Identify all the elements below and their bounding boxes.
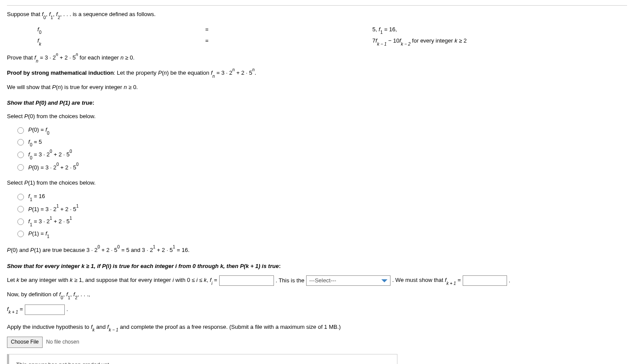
radio-icon [17, 218, 24, 225]
radio-icon [17, 164, 24, 171]
p0-choice-4[interactable]: P(0) = 3 · 20 + 2 · 50 [17, 162, 627, 172]
p1-choice-2[interactable]: P(1) = 3 · 21 + 2 · 51 [17, 204, 627, 214]
choice-label: f0 = 5 [28, 138, 42, 148]
definition-equations: f0 = 5, f1 = 16, fk = 7fk − 1 − 10fk − 2… [37, 24, 627, 47]
prove-statement: Prove that fn = 3 · 2n + 2 · 5n for each… [7, 53, 627, 63]
inductive-heading: Show that for every integer k ≥ 1, if P(… [7, 262, 627, 271]
top-rule [7, 5, 627, 6]
radio-icon [17, 127, 24, 134]
now-by-definition: Now, by definition of f0, f1, f2, . . ., [7, 290, 627, 300]
choice-label: P(0) = f0 [28, 126, 50, 136]
choice-label: P(1) = 3 · 21 + 2 · 51 [28, 204, 79, 214]
p0-choice-2[interactable]: f0 = 5 [17, 138, 627, 148]
p1-choice-4[interactable]: P(1) = f1 [17, 229, 627, 239]
choice-label: P(0) = 3 · 20 + 2 · 50 [28, 162, 79, 172]
select-p0-prompt: Select P(0) from the choices below. [7, 112, 627, 121]
fk1-definition-row: fk + 1 = . [7, 304, 627, 315]
radio-icon [17, 139, 24, 146]
choice-label: f1 = 3 · 21 + 2 · 51 [28, 216, 72, 227]
file-status: No file chosen [46, 338, 79, 346]
fk1-target-input[interactable] [463, 275, 507, 286]
choice-label: f1 = 16 [28, 192, 45, 202]
p1-choice-3[interactable]: f1 = 3 · 21 + 2 · 51 [17, 216, 627, 227]
hypothesis-select[interactable]: ---Select--- [306, 275, 390, 286]
choose-file-button[interactable]: Choose File [7, 337, 43, 347]
grade-status-box: This answer has not been graded yet. [7, 354, 397, 364]
basis-justification: P(0) and P(1) are true because 3 · 20 + … [7, 245, 627, 255]
select-p1-prompt: Select P(1) from the choices below. [7, 179, 627, 188]
basis-heading: Show that P(0) and P(1) are true: [7, 99, 627, 108]
p0-choice-1[interactable]: P(0) = f0 [17, 126, 627, 136]
choice-label: P(1) = f1 [28, 229, 50, 239]
inductive-hypothesis-row: Let k be any integer with k ≥ 1, and sup… [7, 275, 627, 286]
select-placeholder: ---Select--- [309, 276, 336, 285]
fk1-definition-input[interactable] [25, 304, 65, 315]
p1-choice-1[interactable]: f1 = 16 [17, 192, 627, 202]
fi-equals-input[interactable] [219, 275, 274, 286]
proof-intro: Proof by strong mathematical induction: … [7, 68, 627, 79]
show-all: We will show that P(n) is true for every… [7, 83, 627, 92]
radio-icon [17, 206, 24, 212]
radio-icon [17, 152, 24, 158]
intro-text: Suppose that f0, f1, f2, . . . is a sequ… [7, 10, 627, 20]
chevron-down-icon [381, 279, 387, 282]
radio-icon [17, 194, 24, 200]
radio-icon [17, 231, 24, 237]
file-upload-row: Choose File No file chosen [7, 337, 627, 347]
p0-choice-3[interactable]: f0 = 3 · 20 + 2 · 50 [17, 149, 627, 160]
apply-ih-text: Apply the inductive hypothesis to fk and… [7, 323, 627, 333]
choice-label: f0 = 3 · 20 + 2 · 50 [28, 149, 72, 160]
